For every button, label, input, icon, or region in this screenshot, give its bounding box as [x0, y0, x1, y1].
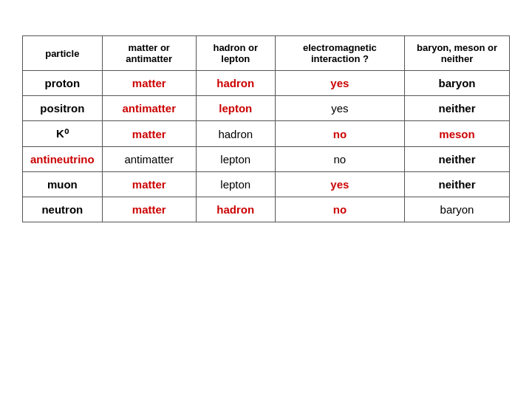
cell-hadron-row2: hadron — [196, 121, 275, 147]
cell-matter-row3: antimatter — [102, 147, 196, 172]
cell-hadron-row0: hadron — [196, 71, 275, 96]
cell-em-row4: yes — [275, 172, 404, 197]
col-header-em: electromagnetic interaction ? — [275, 36, 404, 71]
cell-baryon-row4: neither — [405, 172, 510, 197]
col-header-hadron: hadron or lepton — [196, 36, 275, 71]
cell-baryon-row1: neither — [405, 96, 510, 121]
cell-em-row5: no — [275, 197, 404, 222]
cell-particle-row2: K⁰ — [23, 121, 103, 147]
cell-matter-row0: matter — [102, 71, 196, 96]
cell-particle-row4: muon — [23, 172, 103, 197]
table-row: antineutrinoantimatterleptonnoneither — [23, 147, 510, 172]
cell-matter-row5: matter — [102, 197, 196, 222]
cell-hadron-row4: lepton — [196, 172, 275, 197]
col-header-matter: matter or antimatter — [102, 36, 196, 71]
cell-particle-row0: proton — [23, 71, 103, 96]
cell-em-row1: yes — [275, 96, 404, 121]
col-header-particle: particle — [23, 36, 103, 71]
cell-matter-row4: matter — [102, 172, 196, 197]
cell-matter-row1: antimatter — [102, 96, 196, 121]
cell-em-row2: no — [275, 121, 404, 147]
table-row: K⁰matterhadronnomeson — [23, 121, 510, 147]
table-row: positronantimatterleptonyesneither — [23, 96, 510, 121]
cell-particle-row1: positron — [23, 96, 103, 121]
cell-em-row0: yes — [275, 71, 404, 96]
cell-baryon-row3: neither — [405, 147, 510, 172]
cell-baryon-row0: baryon — [405, 71, 510, 96]
cell-particle-row5: neutron — [23, 197, 103, 222]
cell-hadron-row3: lepton — [196, 147, 275, 172]
cell-em-row3: no — [275, 147, 404, 172]
table-row: protonmatterhadronyesbaryon — [23, 71, 510, 96]
cell-hadron-row5: hadron — [196, 197, 275, 222]
table-row: muonmatterleptonyesneither — [23, 172, 510, 197]
col-header-baryon: baryon, meson or neither — [405, 36, 510, 71]
cell-hadron-row1: lepton — [196, 96, 275, 121]
cell-baryon-row5: baryon — [405, 197, 510, 222]
cell-matter-row2: matter — [102, 121, 196, 147]
complete-table: particle matter or antimatter hadron or … — [22, 35, 510, 222]
cell-baryon-row2: meson — [405, 121, 510, 147]
table-row: neutronmatterhadronnobaryon — [23, 197, 510, 222]
cell-particle-row3: antineutrino — [23, 147, 103, 172]
